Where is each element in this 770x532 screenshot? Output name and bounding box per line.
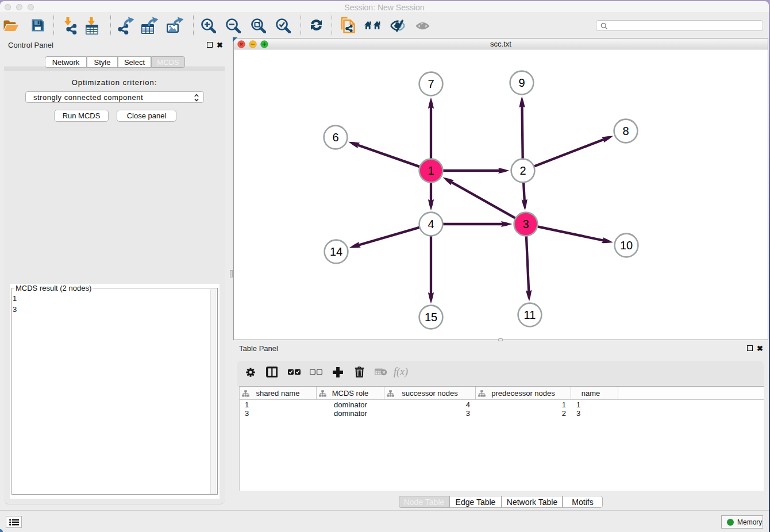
svg-text:14: 14: [330, 245, 342, 258]
svg-text:10: 10: [620, 239, 633, 252]
svg-text:f(x): f(x): [394, 367, 408, 377]
svg-text:3: 3: [522, 218, 529, 230]
svg-text:2: 2: [519, 164, 526, 177]
svg-text:15: 15: [425, 311, 437, 323]
svg-text:8: 8: [622, 125, 629, 137]
svg-text:1: 1: [428, 164, 434, 177]
svg-text:4: 4: [428, 218, 434, 230]
svg-text:6: 6: [332, 131, 338, 144]
svg-text:7: 7: [428, 78, 434, 90]
svg-text:9: 9: [518, 76, 525, 89]
svg-text:11: 11: [524, 309, 536, 321]
